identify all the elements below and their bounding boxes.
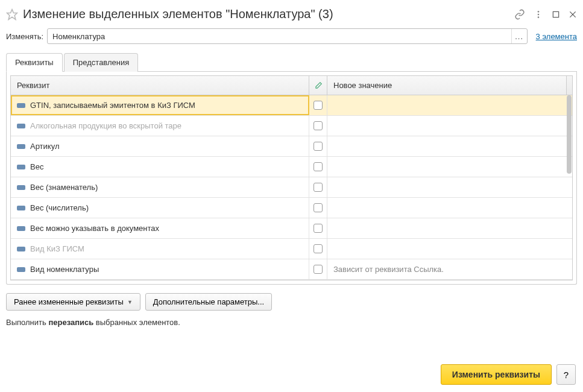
previously-changed-button[interactable]: Ранее измененные реквизиты ▼ [6,293,140,311]
cell-attribute: Вес (знаменатель) [11,177,309,197]
attribute-label: Вес [30,162,43,171]
change-object-row: Изменять: Номенклатура ... 3 элемента [6,28,577,44]
cell-checkbox [309,95,327,115]
favorite-star-icon[interactable] [6,8,18,21]
tab-attributes[interactable]: Реквизиты [6,53,63,72]
table-header: Реквизит Новое значение [11,76,572,95]
elements-count-link[interactable]: 3 элемента [536,32,577,41]
btn-label: Ранее измененные реквизиты [14,297,124,306]
field-icon [17,185,25,190]
change-label: Изменять: [6,32,43,41]
field-icon [17,226,25,231]
cell-checkbox [309,177,327,197]
row-checkbox[interactable] [314,101,323,110]
attribute-label: Артикул [30,142,59,151]
svg-marker-0 [7,9,17,19]
cell-attribute: Артикул [11,136,309,156]
cell-attribute: Алкогольная продукция во вскрытой таре [11,116,309,136]
row-checkbox[interactable] [314,162,323,171]
cell-checkbox [309,239,327,259]
cell-checkbox [309,259,327,279]
cell-attribute: Вес [11,157,309,177]
row-checkbox[interactable] [314,224,323,233]
pencil-icon [314,81,323,90]
table-row[interactable]: Алкогольная продукция во вскрытой таре [11,116,572,136]
cell-new-value[interactable]: Зависит от реквизита Ссылка. [327,265,572,274]
field-icon [17,165,25,169]
scrollbar-track[interactable] [566,76,572,95]
table-row[interactable]: Артикул [11,136,572,157]
cell-checkbox [309,198,327,218]
change-attributes-button[interactable]: Изменить реквизиты [441,364,552,385]
chevron-down-icon: ▼ [127,299,133,305]
header-new-value[interactable]: Новое значение [327,76,572,95]
field-icon [17,267,25,272]
window-title: Изменение выделенных элементов "Номенкла… [23,7,509,21]
field-icon [17,103,25,108]
cell-checkbox [309,116,327,136]
table-row[interactable]: GTIN, записываемый эмитентом в КиЗ ГИСМ [11,95,572,116]
field-icon [17,247,25,251]
table-row[interactable]: Вид КиЗ ГИСМ [11,239,572,259]
link-icon[interactable] [514,9,525,20]
header-attribute[interactable]: Реквизит [11,76,309,95]
table-row[interactable]: Вес [11,157,572,177]
cell-checkbox [309,157,327,177]
row-checkbox[interactable] [314,244,323,253]
more-icon[interactable] [534,10,543,19]
svg-rect-4 [553,11,558,17]
attribute-label: Вес можно указывать в документах [30,224,159,233]
attribute-label: Вид КиЗ ГИСМ [30,244,84,253]
table-row[interactable]: Вид номенклатурыЗависит от реквизита Ссы… [11,259,572,280]
tab-representations[interactable]: Представления [64,53,139,72]
cell-attribute: GTIN, записываемый эмитентом в КиЗ ГИСМ [11,95,309,115]
footer-buttons: Ранее измененные реквизиты ▼ Дополнитель… [6,293,577,311]
svg-point-3 [538,16,540,18]
footer-text: Выполнить перезапись выбранных элементов… [6,318,577,327]
help-button[interactable]: ? [556,364,576,385]
cell-checkbox [309,218,327,238]
row-checkbox[interactable] [314,203,323,212]
ellipsis-button[interactable]: ... [511,29,527,43]
titlebar: Изменение выделенных элементов "Номенкла… [6,5,577,28]
attribute-label: GTIN, записываемый эмитентом в КиЗ ГИСМ [30,101,195,110]
row-checkbox[interactable] [314,183,323,192]
field-icon [17,206,25,210]
row-checkbox[interactable] [314,121,323,130]
svg-point-1 [538,11,540,13]
action-bar: Изменить реквизиты ? [441,364,576,385]
row-checkbox[interactable] [314,142,323,151]
cell-attribute: Вид КиЗ ГИСМ [11,239,309,259]
field-icon [17,124,25,128]
table-row[interactable]: Вес можно указывать в документах [11,218,572,239]
cell-attribute: Вид номенклатуры [11,259,309,279]
additional-params-button[interactable]: Дополнительные параметры... [145,293,272,311]
close-icon[interactable] [569,10,577,19]
field-icon [17,144,25,149]
attributes-table: Реквизит Новое значение GTIN, записываем… [10,75,573,280]
attribute-label: Алкогольная продукция во вскрытой таре [30,121,181,130]
cell-checkbox [309,136,327,156]
attribute-label: Вес (знаменатель) [30,183,98,192]
scrollbar-thumb[interactable] [567,95,572,174]
window-controls [514,9,577,20]
change-input[interactable]: Номенклатура ... [47,28,528,44]
header-edit[interactable] [309,76,327,95]
svg-point-2 [538,13,540,15]
tabs: Реквизиты Представления [6,52,577,72]
row-checkbox[interactable] [314,265,323,274]
change-input-value: Номенклатура [48,32,511,41]
table-container: Реквизит Новое значение GTIN, записываем… [6,72,577,285]
cell-attribute: Вес (числитель) [11,198,309,218]
attribute-label: Вес (числитель) [30,203,89,212]
table-row[interactable]: Вес (числитель) [11,198,572,218]
table-row[interactable]: Вес (знаменатель) [11,177,572,198]
attribute-label: Вид номенклатуры [30,265,99,274]
cell-attribute: Вес можно указывать в документах [11,218,309,238]
table-body: GTIN, записываемый эмитентом в КиЗ ГИСМА… [11,95,572,280]
maximize-icon[interactable] [552,10,560,19]
